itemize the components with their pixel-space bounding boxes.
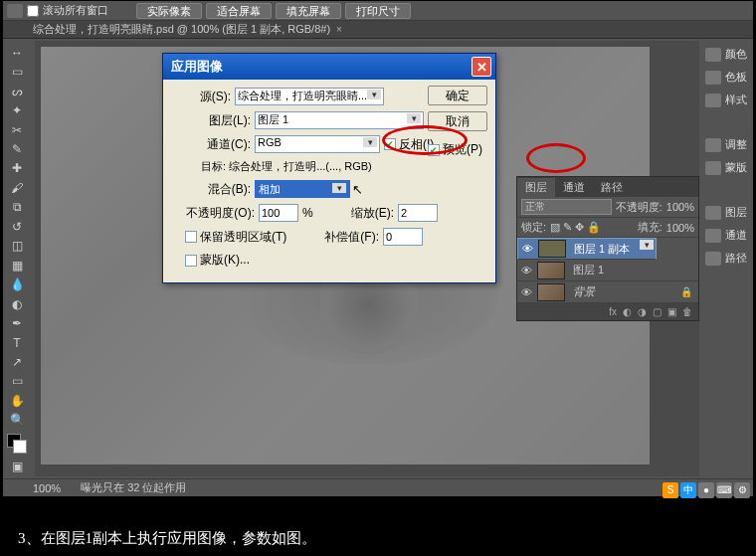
fill-label: 填充: <box>638 220 662 235</box>
lasso-tool[interactable]: ᔕ <box>5 82 29 100</box>
cursor-icon: ↖ <box>352 182 363 197</box>
lock-label: 锁定: <box>521 220 546 235</box>
scroll-all-checkbox[interactable] <box>27 5 39 17</box>
toolbox: ↔ ▭ ᔕ ✦ ✂ ✎ ✚ 🖌 ⧉ ↺ ◫ ▦ 💧 ◐ ✒ T ↗ ▭ ✋ 🔍 … <box>3 41 31 478</box>
scroll-all-label: 滚动所有窗口 <box>43 3 108 18</box>
visibility-icon[interactable]: 👁 <box>519 265 533 277</box>
target-value: 综合处理，打造明...(..., RGB) <box>229 160 372 172</box>
fill-screen-button[interactable]: 填充屏幕 <box>276 3 341 19</box>
ime-icon[interactable]: 中 <box>680 482 696 498</box>
color-swatch[interactable] <box>7 434 27 453</box>
fit-screen-button[interactable]: 适合屏幕 <box>206 3 272 19</box>
type-tool[interactable]: T <box>5 333 29 352</box>
preserve-checkbox[interactable] <box>185 231 197 243</box>
layer-thumb <box>537 262 565 279</box>
offset-label: 补偿值(F): <box>324 229 379 246</box>
quickmask-toggle[interactable]: ▣ <box>5 458 29 476</box>
layer-item[interactable]: 👁 背景 🔒 <box>517 281 698 303</box>
crop-tool[interactable]: ✂ <box>5 120 29 139</box>
blend-select[interactable]: 相加 <box>255 180 350 198</box>
wand-tool[interactable]: ✦ <box>5 100 29 119</box>
mask-icon[interactable]: ◐ <box>623 306 632 317</box>
scale-label: 缩放(E): <box>351 205 394 222</box>
path-tool[interactable]: ↗ <box>5 352 29 371</box>
layer-label: 图层(L): <box>191 112 251 129</box>
print-size-button[interactable]: 打印尺寸 <box>345 3 411 19</box>
mask-checkbox[interactable] <box>185 255 197 267</box>
shape-tool[interactable]: ▭ <box>5 372 29 391</box>
dialog-title: 应用图像 <box>171 58 223 76</box>
document-tab-title[interactable]: 综合处理，打造明亮眼睛.psd @ 100% (图层 1 副本, RGB/8#) <box>33 22 330 37</box>
folder-icon[interactable]: ▢ <box>653 306 662 317</box>
close-tab-icon[interactable]: × <box>336 24 342 35</box>
scale-input[interactable] <box>398 204 438 222</box>
source-label: 源(S): <box>171 89 231 105</box>
invert-checkbox[interactable]: ✔ <box>384 138 396 150</box>
layers-panel: 图层 通道 路径 正常 不透明度: 100% 锁定: ▧ ✎ ✥ 🔒 填充: 1… <box>516 176 699 321</box>
hand-tool[interactable]: ✋ <box>5 391 29 410</box>
fill-value: 100% <box>666 222 694 234</box>
dock-styles[interactable]: 样式 <box>705 93 749 107</box>
cancel-button[interactable]: 取消 <box>428 111 487 131</box>
offset-input[interactable] <box>383 228 423 246</box>
ime-icon[interactable]: ⌨ <box>716 482 732 498</box>
eraser-tool[interactable]: ◫ <box>5 237 29 256</box>
opacity-value: 100% <box>666 201 694 213</box>
layer-name: 图层 1 副本 <box>570 242 654 257</box>
move-tool[interactable]: ↔ <box>5 43 29 62</box>
opacity-label: 不透明度(O): <box>171 205 255 222</box>
preview-checkbox[interactable]: ✔ <box>428 144 440 156</box>
new-layer-icon[interactable]: ▣ <box>667 306 676 317</box>
history-brush-tool[interactable]: ↺ <box>5 217 29 236</box>
status-info: 曝光只在 32 位起作用 <box>81 480 186 495</box>
visibility-icon[interactable]: 👁 <box>519 286 533 298</box>
ime-icon[interactable]: S <box>662 482 678 498</box>
gradient-tool[interactable]: ▦ <box>5 256 29 275</box>
tab-paths[interactable]: 路径 <box>593 178 631 197</box>
source-select[interactable]: 综合处理，打造明亮眼睛... <box>235 88 384 105</box>
tab-layers[interactable]: 图层 <box>517 178 555 197</box>
brush-tool[interactable]: 🖌 <box>5 178 29 197</box>
tab-channels[interactable]: 通道 <box>555 178 593 197</box>
apply-image-dialog: 应用图像 ✕ 确定 取消 ✔预览(P) 源(S): 综合处理，打造明亮眼睛...… <box>162 53 496 283</box>
layer-select[interactable]: 图层 1 <box>255 111 424 129</box>
blend-label: 混合(B): <box>191 181 251 198</box>
blur-tool[interactable]: 💧 <box>5 275 29 293</box>
blend-mode-select[interactable]: 正常 <box>521 199 612 215</box>
dodge-tool[interactable]: ◐ <box>5 294 29 313</box>
zoom-level[interactable]: 100% <box>33 482 61 494</box>
options-flyout[interactable] <box>7 4 23 18</box>
dock-swatches[interactable]: 色板 <box>705 70 749 85</box>
layer-thumb <box>538 240 566 258</box>
opacity-input[interactable] <box>259 204 298 222</box>
dock-channels[interactable]: 通道 <box>705 228 749 243</box>
ime-icon[interactable]: ⚙ <box>734 482 750 498</box>
actual-pixels-button[interactable]: 实际像素 <box>136 3 202 19</box>
layer-item[interactable]: 👁 图层 1 副本 <box>517 238 657 260</box>
layer-item[interactable]: 👁 图层 1 <box>517 260 698 281</box>
fx-icon[interactable]: fx <box>609 306 617 317</box>
pen-tool[interactable]: ✒ <box>5 313 29 332</box>
preserve-label: 保留透明区域(T) <box>200 229 286 246</box>
stamp-tool[interactable]: ⧉ <box>5 198 29 217</box>
adjust-icon[interactable]: ◑ <box>638 306 647 317</box>
ime-icon[interactable]: ● <box>698 482 714 498</box>
dock-paths[interactable]: 路径 <box>705 251 749 266</box>
dock-color[interactable]: 颜色 <box>705 47 749 62</box>
visibility-icon[interactable]: 👁 <box>520 243 534 255</box>
ok-button[interactable]: 确定 <box>428 86 487 105</box>
channel-select[interactable]: RGB <box>255 135 380 153</box>
channel-label: 通道(C): <box>191 136 251 153</box>
dock-masks[interactable]: 蒙版 <box>705 160 749 175</box>
percent-label: % <box>302 206 313 220</box>
marquee-tool[interactable]: ▭ <box>5 62 29 81</box>
healing-tool[interactable]: ✚ <box>5 159 29 178</box>
layer-thumb <box>537 283 565 301</box>
trash-icon[interactable]: 🗑 <box>682 306 692 317</box>
eyedropper-tool[interactable]: ✎ <box>5 139 29 158</box>
close-icon[interactable]: ✕ <box>472 57 491 77</box>
dock-adjust[interactable]: 调整 <box>705 137 749 152</box>
lock-icons[interactable]: ▧ ✎ ✥ 🔒 <box>550 221 601 234</box>
dock-layers[interactable]: 图层 <box>705 205 749 220</box>
zoom-tool[interactable]: 🔍 <box>5 411 29 430</box>
